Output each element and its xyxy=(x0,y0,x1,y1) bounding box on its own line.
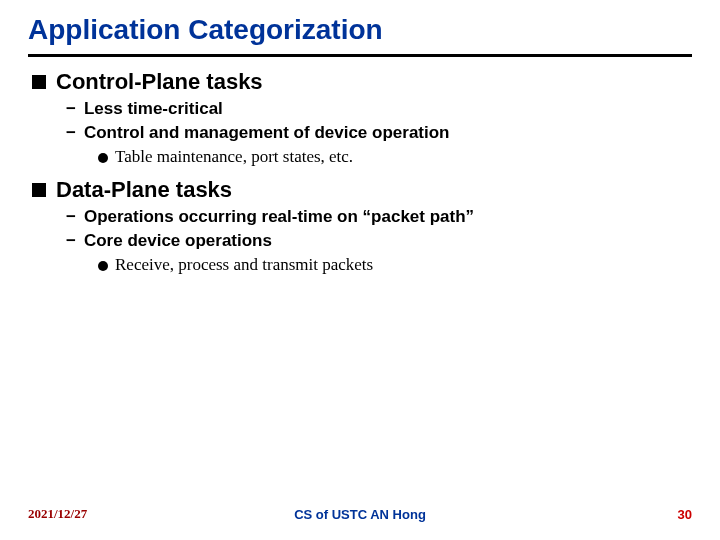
dash-bullet-icon: − xyxy=(66,231,76,251)
list-item-text: Less time-critical xyxy=(84,99,223,119)
slide-title: Application Categorization xyxy=(28,14,692,46)
sub-list-item: Table maintenance, port states, etc. xyxy=(98,147,692,167)
list-item-text: Control and management of device operati… xyxy=(84,123,450,143)
footer-page-number: 30 xyxy=(678,507,692,522)
dash-bullet-icon: − xyxy=(66,207,76,227)
sub-list-item-text: Table maintenance, port states, etc. xyxy=(115,147,353,167)
disc-bullet-icon xyxy=(98,261,108,271)
section-heading: Control-Plane tasks xyxy=(32,69,692,95)
dash-bullet-icon: − xyxy=(66,99,76,119)
square-bullet-icon xyxy=(32,183,46,197)
list-item-text: Core device operations xyxy=(84,231,272,251)
list-item: − Control and management of device opera… xyxy=(66,123,692,143)
section-heading: Data-Plane tasks xyxy=(32,177,692,203)
section-heading-text: Data-Plane tasks xyxy=(56,177,232,203)
list-item-text: Operations occurring real-time on “packe… xyxy=(84,207,474,227)
list-item: − Operations occurring real-time on “pac… xyxy=(66,207,692,227)
sub-list-item: Receive, process and transmit packets xyxy=(98,255,692,275)
slide: Application Categorization Control-Plane… xyxy=(0,0,720,540)
disc-bullet-icon xyxy=(98,153,108,163)
list-item: − Less time-critical xyxy=(66,99,692,119)
title-rule xyxy=(28,54,692,57)
sub-list-item-text: Receive, process and transmit packets xyxy=(115,255,373,275)
footer-center: CS of USTC AN Hong xyxy=(294,507,426,522)
list-item: − Core device operations xyxy=(66,231,692,251)
square-bullet-icon xyxy=(32,75,46,89)
section-heading-text: Control-Plane tasks xyxy=(56,69,263,95)
dash-bullet-icon: − xyxy=(66,123,76,143)
footer-date: 2021/12/27 xyxy=(28,506,87,522)
footer: 2021/12/27 CS of USTC AN Hong 30 xyxy=(0,506,720,522)
